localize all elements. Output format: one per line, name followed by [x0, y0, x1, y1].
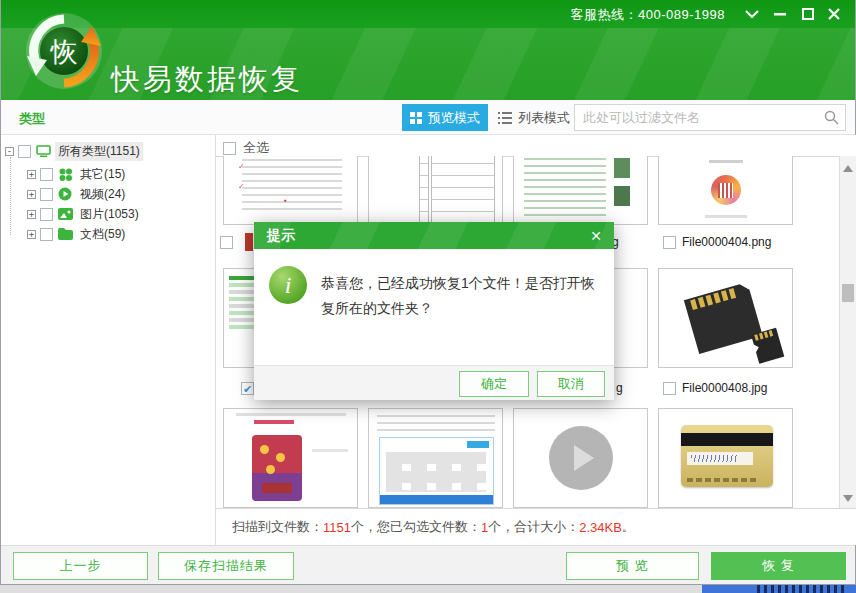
tree-item-label: 视频(24): [77, 185, 128, 204]
filename-filter-input[interactable]: [583, 105, 813, 130]
close-button[interactable]: [823, 4, 845, 24]
type-tree-panel: - 所有类型(1151) + 其它(15) + 视频(24) +: [1, 135, 216, 545]
thumbnail-article-page[interactable]: [513, 156, 648, 225]
preview-mode-button[interactable]: 预览模式: [402, 104, 488, 131]
thumbnail-video-placeholder[interactable]: [513, 408, 648, 508]
tree-item-others[interactable]: + 其它(15): [27, 165, 128, 183]
back-button[interactable]: 上一步: [13, 552, 148, 580]
thumbnail-table-document[interactable]: [368, 156, 503, 225]
search-icon[interactable]: [824, 110, 839, 125]
tree-connector: [10, 157, 11, 235]
list-view-icon: [498, 112, 512, 124]
ok-button[interactable]: 确定: [459, 371, 529, 397]
thumbnail-bank-card-photo[interactable]: [658, 408, 793, 508]
dialog-close-icon[interactable]: ✕: [587, 227, 605, 245]
file-checkbox[interactable]: [663, 236, 676, 249]
video-play-icon: [57, 187, 73, 201]
app-window: 客服热线：400-089-1998 恢 快易数据: [0, 0, 856, 585]
save-scan-result-button[interactable]: 保存扫描结果: [158, 552, 294, 580]
videos-checkbox[interactable]: [40, 188, 53, 201]
select-all-checkbox[interactable]: [223, 142, 236, 155]
tree-item-documents[interactable]: + 文档(59): [27, 225, 128, 243]
select-all[interactable]: 全选: [223, 139, 269, 157]
preview-button[interactable]: 预 览: [566, 552, 699, 580]
scrollbar-thumb[interactable]: [842, 284, 854, 302]
status-bar: 扫描到文件数：1151个，您已勾选文件数：1个，合计大小：2.34KB。: [216, 508, 856, 545]
picture-icon: [57, 207, 73, 221]
file-checkbox[interactable]: [663, 382, 676, 395]
dialog-footer: 确定 取消: [254, 365, 614, 400]
computer-icon: [35, 144, 51, 158]
file-item[interactable]: File0000408.jpg: [663, 380, 767, 396]
scroll-up-arrow-icon[interactable]: [843, 165, 853, 172]
file-checkbox[interactable]: [220, 236, 233, 249]
minimize-button[interactable]: [769, 4, 791, 24]
tree-item-label: 图片(1053): [77, 205, 142, 224]
dialog-titlebar: 提示 ✕: [254, 222, 614, 249]
file-item-checked[interactable]: ✔: [241, 380, 254, 396]
maximize-button[interactable]: [797, 4, 819, 24]
message-dialog: 提示 ✕ i 恭喜您，已经成功恢复1个文件！是否打开恢复所在的文件夹？ 确定 取…: [254, 222, 614, 400]
others-checkbox[interactable]: [40, 168, 53, 181]
total-size: 2.34KB: [579, 520, 622, 535]
titlebar: 客服热线：400-089-1998: [1, 0, 855, 28]
recover-button[interactable]: 恢 复: [711, 552, 846, 580]
scroll-down-arrow-icon[interactable]: [843, 495, 853, 502]
list-mode-button[interactable]: 列表模式: [495, 104, 573, 131]
tree-item-pictures[interactable]: + 图片(1053): [27, 205, 142, 223]
chevron-down-icon[interactable]: [741, 4, 763, 24]
file-item[interactable]: [220, 234, 233, 250]
toolbar: 类型 预览模式 列表模式: [1, 100, 855, 135]
tree-item-videos[interactable]: + 视频(24): [27, 185, 128, 203]
checked-count: 1: [481, 520, 488, 535]
svg-text:恢: 恢: [50, 37, 78, 67]
app-logo-icon: 恢: [23, 10, 105, 92]
preview-mode-label: 预览模式: [428, 109, 480, 127]
folder-icon: [57, 227, 73, 241]
expand-icon[interactable]: +: [27, 190, 36, 199]
collapse-icon[interactable]: -: [5, 147, 14, 156]
file-name: File0000404.png: [682, 235, 771, 249]
scanned-count: 1151: [323, 520, 351, 535]
tree-item-label: 所有类型(1151): [55, 142, 143, 161]
thumbnail-sd-card-photo[interactable]: [658, 268, 793, 368]
tree-item-label: 其它(15): [77, 165, 128, 184]
app-title: 快易数据恢复: [111, 60, 303, 100]
hotline-text: 客服热线：400-089-1998: [571, 6, 725, 24]
all-types-checkbox[interactable]: [18, 145, 31, 158]
filename-filter: [574, 104, 846, 131]
file-checkbox-checked[interactable]: ✔: [241, 382, 254, 395]
documents-checkbox[interactable]: [40, 228, 53, 241]
thumbnail-red-promo-screenshot[interactable]: [223, 408, 358, 508]
thumbnail-qr-code-page[interactable]: [658, 156, 793, 225]
select-all-label: 全选: [243, 139, 269, 157]
expand-icon[interactable]: +: [27, 170, 36, 179]
play-icon: [549, 426, 613, 490]
info-icon: i: [269, 266, 307, 304]
tree-item-all-types[interactable]: - 所有类型(1151): [5, 142, 143, 160]
tree-item-label: 文档(59): [77, 225, 128, 244]
dialog-message: 恭喜您，已经成功恢复1个文件！是否打开恢复所在的文件夹？: [321, 271, 603, 321]
file-item[interactable]: File0000404.png: [663, 234, 771, 250]
status-text: 扫描到文件数：: [232, 518, 323, 536]
grid-view-icon: [410, 112, 422, 124]
type-panel-label: 类型: [19, 110, 45, 128]
thumbnail-software-screenshot[interactable]: [368, 408, 503, 508]
grid-dots-icon: [57, 167, 73, 181]
dialog-title: 提示: [267, 227, 295, 245]
file-name-fragment: g: [616, 380, 623, 396]
expand-icon[interactable]: +: [27, 210, 36, 219]
cancel-button[interactable]: 取消: [537, 371, 605, 397]
expand-icon[interactable]: +: [27, 230, 36, 239]
background-window-strip: [702, 585, 856, 593]
pictures-checkbox[interactable]: [40, 208, 53, 221]
desktop-background-strip: [0, 585, 702, 593]
list-mode-label: 列表模式: [518, 109, 570, 127]
thumbnail-text-document[interactable]: ✓ ✓ ▪: [223, 156, 358, 225]
dialog-body: i 恭喜您，已经成功恢复1个文件！是否打开恢复所在的文件夹？: [254, 249, 614, 365]
file-name: File0000408.jpg: [682, 381, 767, 395]
vertical-scrollbar[interactable]: [839, 156, 856, 508]
thumb-fragment: [245, 233, 253, 251]
footer-bar: 上一步 保存扫描结果 预 览 恢 复: [1, 545, 855, 584]
